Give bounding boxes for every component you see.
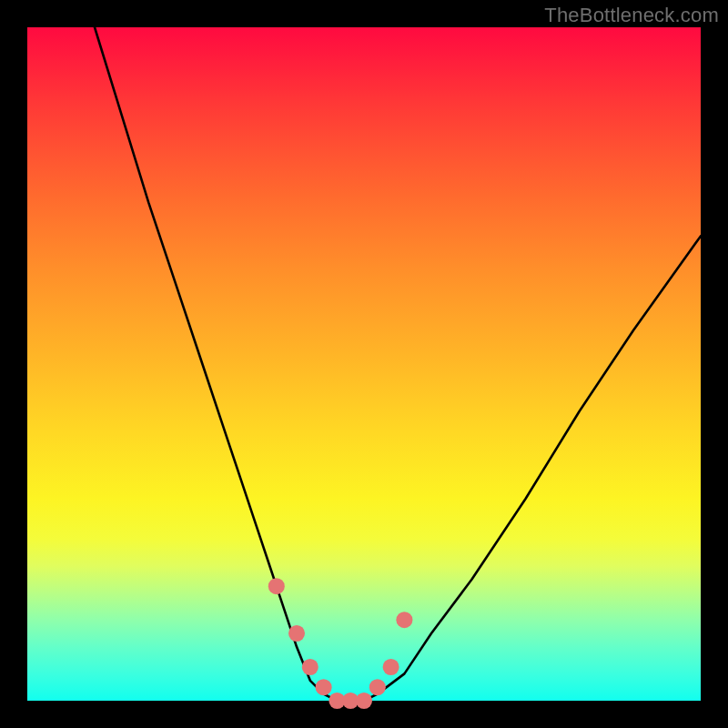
highlight-dot	[356, 693, 372, 709]
highlight-dot	[268, 578, 285, 594]
highlight-dot	[316, 679, 332, 695]
highlight-dot	[396, 612, 412, 628]
watermark-text: TheBottleneck.com	[544, 4, 719, 27]
bottleneck-curve	[95, 27, 701, 701]
highlight-markers	[268, 578, 413, 709]
highlight-dot	[302, 659, 318, 675]
highlight-dot	[383, 659, 399, 675]
chart-container: TheBottleneck.com	[0, 0, 728, 728]
plot-area	[27, 27, 701, 701]
chart-svg	[27, 27, 701, 701]
highlight-dot	[288, 625, 305, 642]
highlight-dot	[369, 679, 386, 695]
